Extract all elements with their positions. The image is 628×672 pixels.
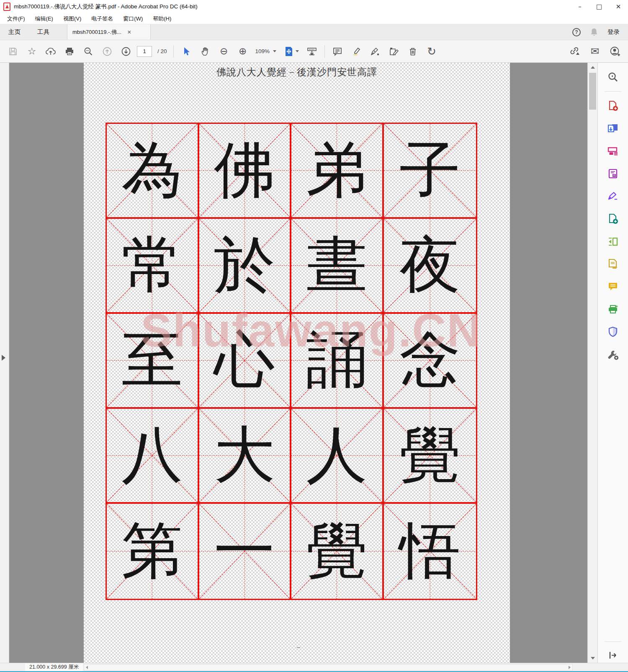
scan-ocr-icon [607,304,619,315]
email-button[interactable]: ✉ [587,44,603,59]
delete-button[interactable] [405,44,421,59]
grid-cell: 佛 [199,124,292,219]
edit-pdf-icon [607,236,619,246]
comment-bubble-icon [607,282,618,292]
scroll-down-arrow-icon [591,657,595,659]
account-button[interactable] [607,44,623,59]
scroll-up-button[interactable] [588,63,598,72]
sidebar-organize-pages-tool[interactable] [604,142,622,160]
tab-home[interactable]: 主页 [0,24,29,40]
seal-character: 人 [291,409,382,502]
minimize-button[interactable]: – [570,0,589,13]
stamp-edit-button[interactable] [386,44,402,59]
close-button[interactable]: ✕ [609,0,628,13]
seal-character: 第 [107,504,198,599]
menu-view[interactable]: 视图(V) [59,14,86,24]
menu-help[interactable]: 帮助(H) [148,14,176,24]
sidebar-comment-tool[interactable] [604,277,622,296]
zoom-level-select[interactable]: 109% [254,48,278,55]
redo-button[interactable]: ↻ [424,44,440,59]
sidebar-edit-pdf-tool[interactable] [604,232,622,251]
vertical-scrollbar-thumb[interactable] [589,73,596,110]
zoom-out-button[interactable]: ⊖ [216,44,232,59]
sidebar-scan-ocr-tool[interactable] [604,300,622,318]
sign-button[interactable] [367,44,383,59]
acrobat-pdf-icon [3,3,10,11]
next-page-button[interactable] [118,44,134,59]
highlight-button[interactable] [348,44,364,59]
sidebar-export-pdf-tool[interactable] [604,119,622,138]
compress-pdf-icon [607,168,618,179]
scroll-down-button[interactable] [588,654,598,663]
sidebar-more-tools[interactable] [604,345,622,364]
sidebar-compress-pdf-tool[interactable] [604,164,622,183]
seal-character: 佛 [199,124,290,217]
sidebar-convert-pdf-tool[interactable] [604,210,622,228]
page-heading: 佛說八大人覺經－後漢沙門安世高譯 [84,63,510,79]
tab-tools[interactable]: 工具 [29,24,58,40]
export-pdf-icon [607,123,619,134]
floppy-save-icon [8,46,18,56]
search-icon [607,72,618,82]
previous-page-button[interactable] [99,44,115,59]
seal-character: 晝 [291,219,382,312]
grid-cell: 誦 [291,314,384,409]
page-number-input[interactable] [137,46,152,57]
help-button[interactable]: ? [572,28,581,36]
share-cloud-button[interactable] [43,44,59,59]
rotate-arrow-icon: ↻ [427,46,436,57]
comment-button[interactable] [329,44,345,59]
fit-width-button[interactable] [304,44,320,59]
grid-cell: 第 [107,504,199,599]
protect-shield-icon [608,326,618,337]
sidebar-protect-tool[interactable] [604,323,622,341]
select-tool-button[interactable] [178,44,194,59]
menu-esign[interactable]: 电子签名 [87,14,118,24]
hand-tool-button[interactable] [197,44,213,59]
grid-cell: 悟 [384,504,476,599]
grid-cell: 常 [107,219,199,314]
vertical-scrollbar[interactable] [587,63,597,663]
minus-circle-icon: ⊖ [220,46,228,56]
tab-close-icon[interactable]: ✕ [127,29,131,35]
sidebar-search-tool[interactable] [604,68,622,86]
notifications-bell-icon[interactable] [590,28,598,37]
grid-cell: 覺 [384,409,476,504]
star-icon: ☆ [28,46,36,56]
favorite-star-button[interactable]: ☆ [24,44,40,59]
left-panel-toggle-icon[interactable] [2,355,5,361]
scroll-left-arrow-icon[interactable] [86,666,88,669]
menu-edit[interactable]: 编辑(E) [31,14,58,24]
seal-character: 為 [107,124,198,217]
seal-character: 悟 [384,504,476,599]
expand-panel-icon[interactable] [608,651,618,659]
save-button[interactable] [5,44,21,59]
document-viewport[interactable]: 佛說八大人覺經－後漢沙門安世高譯 為 佛 弟 子 常 於 晝 夜 至 心 誦 [9,63,587,663]
print-button[interactable] [62,44,77,59]
menu-window[interactable]: 窗口(W) [118,14,147,24]
sign-in-button[interactable]: 登录 [607,28,620,36]
scroll-up-arrow-icon [591,66,595,69]
seal-character: 弟 [291,124,382,217]
tab-bar: 主页 工具 mbsh7000119.-.佛... ✕ ? 登录 [0,24,628,40]
share-link-button[interactable] [567,44,583,59]
content-area: 佛說八大人覺經－後漢沙門安世高譯 為 佛 弟 子 常 於 晝 夜 至 心 誦 [0,63,628,663]
horizontal-scrollbar[interactable] [84,664,573,671]
arrow-down-circle-icon [121,46,131,56]
page-total-label: / 20 [157,48,167,54]
toolbar-separator [173,45,174,58]
search-button[interactable] [80,44,96,59]
scroll-right-arrow-icon[interactable] [569,666,571,669]
fit-width-icon [306,46,317,56]
sidebar-create-pdf-tool[interactable] [604,97,622,115]
sidebar-fill-sign-tool[interactable] [604,187,622,205]
sidebar-request-signatures-tool[interactable] [604,255,622,273]
menu-file[interactable]: 文件(F) [3,14,30,24]
fit-page-button[interactable] [281,44,301,59]
zoom-in-button[interactable]: ⊕ [235,44,251,59]
envelope-icon: ✉ [591,46,600,56]
maximize-button[interactable]: □ [589,0,609,13]
wrench-plus-icon [607,349,619,360]
tab-document[interactable]: mbsh7000119.-.佛... ✕ [67,24,151,40]
grid-cell: 晝 [291,219,384,314]
